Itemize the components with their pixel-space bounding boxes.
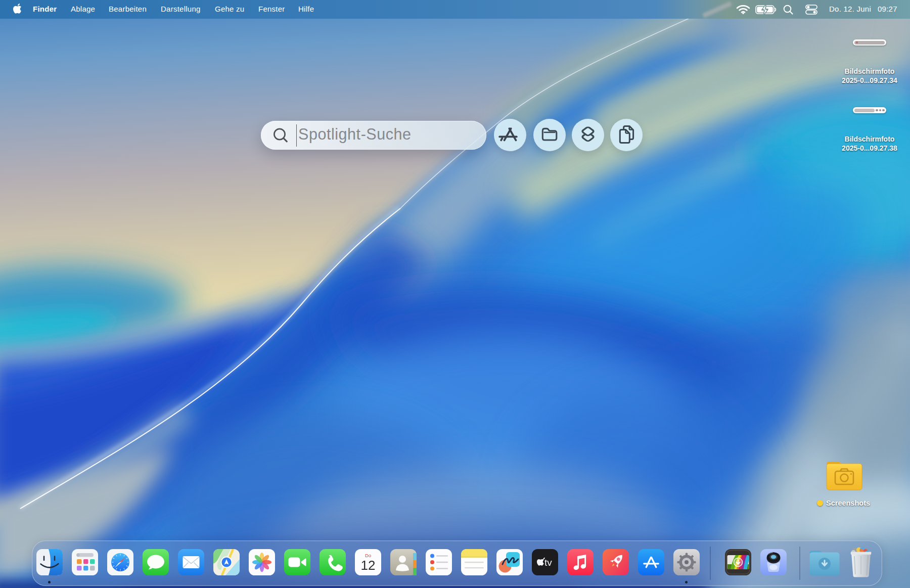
svg-text:Do: Do [365,553,371,558]
svg-text:tv: tv [544,557,552,568]
svg-text:12: 12 [360,558,375,573]
